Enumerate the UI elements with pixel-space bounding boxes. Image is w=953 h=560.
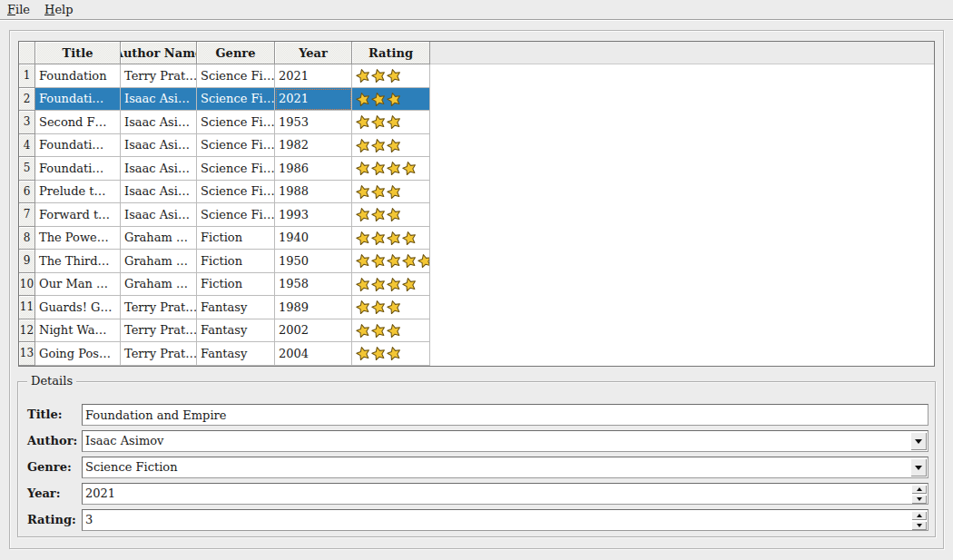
row-number-header[interactable]: 7	[19, 203, 35, 227]
cell-genre[interactable]: Fiction	[197, 227, 275, 251]
column-header-title[interactable]: Title	[35, 42, 121, 64]
cell-title[interactable]: Night Wa…	[35, 319, 121, 343]
cell-title[interactable]: Our Man …	[35, 273, 121, 297]
row-number-header[interactable]: 9	[19, 250, 35, 273]
column-header-rating[interactable]: Rating	[352, 42, 430, 64]
cell-author[interactable]: Terry Prat…	[121, 64, 197, 88]
cell-rating[interactable]	[352, 88, 430, 112]
cell-title[interactable]: Foundation	[35, 64, 121, 88]
cell-rating[interactable]	[352, 64, 430, 88]
table-corner-button[interactable]	[19, 42, 35, 64]
cell-rating[interactable]	[352, 111, 430, 134]
cell-author[interactable]: Isaac Asi…	[121, 203, 197, 227]
row-number-header[interactable]: 3	[19, 111, 35, 134]
cell-genre[interactable]: Science Fi…	[197, 181, 275, 204]
cell-year[interactable]: 1989	[275, 296, 352, 319]
spin-down-button[interactable]	[911, 521, 927, 530]
spin-up-button[interactable]	[911, 511, 927, 520]
column-header-author[interactable]: Author Name	[121, 42, 197, 64]
star-icon	[385, 182, 402, 200]
cell-author[interactable]: Graham …	[121, 273, 197, 297]
cell-title[interactable]: The Third…	[35, 250, 121, 273]
title-field[interactable]	[82, 404, 928, 426]
cell-year[interactable]: 1940	[275, 227, 352, 251]
genre-combobox[interactable]: Science Fiction	[82, 457, 928, 478]
cell-year[interactable]: 1982	[275, 134, 352, 158]
cell-author[interactable]: Isaac Asi…	[121, 134, 197, 158]
row-number-header[interactable]: 13	[19, 342, 35, 366]
cell-rating[interactable]	[352, 273, 430, 297]
cell-year[interactable]: 1950	[275, 250, 352, 273]
cell-title[interactable]: Foundati…	[35, 134, 121, 158]
cell-author[interactable]: Isaac Asi…	[121, 88, 197, 112]
cell-genre[interactable]: Science Fi…	[197, 88, 275, 112]
row-number-header[interactable]: 10	[19, 273, 35, 297]
cell-year[interactable]: 1986	[275, 157, 352, 181]
cell-author[interactable]: Isaac Asi…	[121, 157, 197, 181]
cell-author[interactable]: Graham …	[121, 227, 197, 251]
cell-author[interactable]: Terry Prat…	[121, 296, 197, 319]
cell-title[interactable]: Prelude t…	[35, 181, 121, 204]
cell-title[interactable]: Foundati…	[35, 88, 121, 112]
cell-genre[interactable]: Fantasy	[197, 342, 275, 366]
author-combobox[interactable]: Isaac Asimov	[82, 430, 928, 452]
menu-item-file[interactable]: File	[4, 1, 35, 19]
cell-title[interactable]: Guards! G…	[35, 296, 121, 319]
row-number-header[interactable]: 4	[19, 134, 35, 158]
cell-rating[interactable]	[352, 227, 430, 251]
cell-rating[interactable]	[352, 134, 430, 158]
cell-rating[interactable]	[352, 342, 430, 366]
author-dropdown-button[interactable]	[910, 432, 927, 450]
column-header-year[interactable]: Year	[275, 42, 352, 64]
cell-year[interactable]: 2004	[275, 342, 352, 366]
row-number-header[interactable]: 12	[19, 319, 35, 343]
cell-genre[interactable]: Fantasy	[197, 319, 275, 343]
cell-genre[interactable]: Science Fi…	[197, 134, 275, 158]
row-number-header[interactable]: 11	[19, 296, 35, 319]
cell-year[interactable]: 2021	[275, 88, 352, 112]
cell-rating[interactable]	[352, 157, 430, 181]
cell-author[interactable]: Isaac Asi…	[121, 181, 197, 204]
spin-up-button[interactable]	[911, 485, 927, 494]
row-number-header[interactable]: 2	[19, 88, 35, 112]
spin-down-button[interactable]	[911, 495, 927, 504]
cell-year[interactable]: 1993	[275, 203, 352, 227]
row-number-header[interactable]: 6	[19, 181, 35, 204]
cell-author[interactable]: Terry Prat…	[121, 319, 197, 343]
cell-genre[interactable]: Science Fi…	[197, 203, 275, 227]
cell-author[interactable]: Terry Prat…	[121, 342, 197, 366]
cell-year[interactable]: 2021	[275, 64, 352, 88]
genre-dropdown-button[interactable]	[910, 458, 927, 476]
cell-year[interactable]: 1958	[275, 273, 352, 297]
cell-author[interactable]: Isaac Asi…	[121, 111, 197, 134]
cell-genre[interactable]: Science Fi…	[197, 64, 275, 88]
cell-title[interactable]: Second F…	[35, 111, 121, 134]
row-number-header[interactable]: 5	[19, 157, 35, 181]
cell-year[interactable]: 1988	[275, 181, 352, 204]
cell-genre[interactable]: Fiction	[197, 273, 275, 297]
column-header-genre[interactable]: Genre	[197, 42, 275, 64]
cell-rating[interactable]	[352, 203, 430, 227]
cell-genre[interactable]: Science Fi…	[197, 111, 275, 134]
cell-title[interactable]: Going Pos…	[35, 342, 121, 366]
cell-genre[interactable]: Fiction	[197, 250, 275, 273]
cell-year[interactable]: 1953	[275, 111, 352, 134]
title-input[interactable]	[83, 405, 928, 425]
row-number-header[interactable]: 8	[19, 227, 35, 251]
cell-rating[interactable]	[352, 319, 430, 343]
cell-rating[interactable]	[352, 181, 430, 204]
row-number-header[interactable]: 1	[19, 64, 35, 88]
cell-title[interactable]: Forward t…	[35, 203, 121, 227]
cell-year[interactable]: 2002	[275, 319, 352, 343]
cell-rating[interactable]	[352, 250, 430, 273]
cell-title[interactable]: The Powe…	[35, 227, 121, 251]
cell-genre[interactable]: Fantasy	[197, 296, 275, 319]
cell-title[interactable]: Foundati…	[35, 157, 121, 181]
cell-rating[interactable]	[352, 296, 430, 319]
year-spinbox[interactable]: 2021	[82, 483, 928, 505]
cell-author[interactable]: Graham …	[121, 250, 197, 273]
rating-spinbox[interactable]: 3	[82, 509, 928, 531]
table-body: 1 Foundation Terry Prat… Science Fi… 202…	[19, 64, 934, 366]
cell-genre[interactable]: Science Fi…	[197, 157, 275, 181]
menu-item-help[interactable]: Help	[41, 1, 79, 19]
